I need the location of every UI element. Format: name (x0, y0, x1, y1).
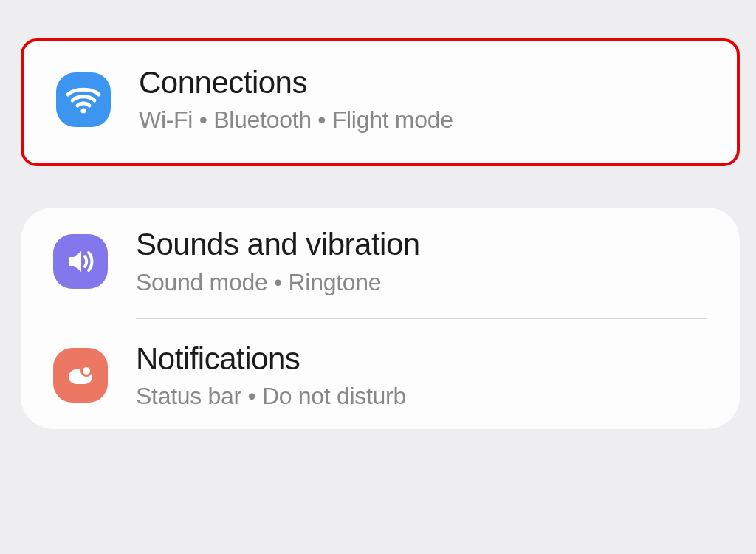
settings-item-title: Notifications (136, 341, 406, 377)
wifi-icon (56, 72, 111, 127)
settings-item-sounds[interactable]: Sounds and vibration Sound mode • Ringto… (53, 227, 707, 295)
settings-item-title: Sounds and vibration (136, 227, 420, 262)
svg-point-2 (82, 366, 92, 376)
notification-icon (53, 348, 108, 403)
settings-item-notifications[interactable]: Notifications Status bar • Do not distur… (53, 341, 707, 410)
settings-item-subtitle: Sound mode • Ringtone (136, 269, 420, 296)
settings-group-connections: Connections Wi-Fi • Bluetooth • Flight m… (21, 38, 740, 166)
settings-item-subtitle: Status bar • Do not disturb (136, 383, 406, 410)
settings-item-text: Sounds and vibration Sound mode • Ringto… (136, 227, 420, 295)
settings-item-subtitle: Wi-Fi • Bluetooth • Flight mode (139, 106, 453, 134)
settings-item-text: Connections Wi-Fi • Bluetooth • Flight m… (139, 65, 453, 134)
svg-point-0 (81, 108, 86, 113)
settings-item-connections[interactable]: Connections Wi-Fi • Bluetooth • Flight m… (56, 65, 704, 134)
settings-item-title: Connections (139, 65, 453, 100)
divider (136, 318, 707, 319)
settings-item-text: Notifications Status bar • Do not distur… (136, 341, 406, 410)
speaker-icon (53, 234, 108, 289)
settings-group-sound-notifications: Sounds and vibration Sound mode • Ringto… (21, 208, 740, 429)
